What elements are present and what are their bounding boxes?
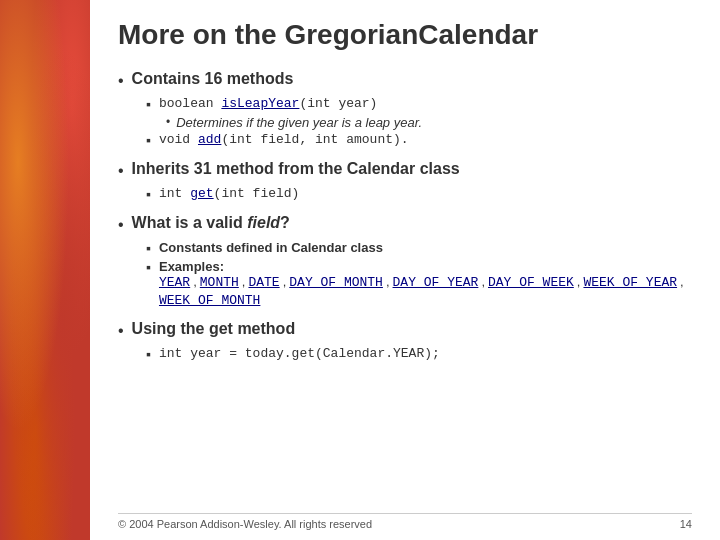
add-text: void add(int field, int amount). bbox=[159, 132, 409, 147]
isleapyear-desc-text: Determines if the given year is a leap y… bbox=[176, 115, 422, 130]
sub-bullets-valid: ▪ Constants defined in Calendar class ▪ … bbox=[146, 240, 692, 308]
sep3: , bbox=[283, 274, 287, 289]
example-week-of-month[interactable]: WEEK_OF_MONTH bbox=[159, 293, 260, 308]
slide-title: More on the GregorianCalendar bbox=[118, 18, 692, 52]
page-number: 14 bbox=[680, 518, 692, 530]
sub-bullet-marker-add: ▪ bbox=[146, 132, 151, 148]
section-using: • Using the get method ▪ int year = toda… bbox=[118, 320, 692, 366]
isleapyear-link[interactable]: isLeapYear bbox=[221, 96, 299, 111]
sub-bullets-inherits: ▪ int get(int field) bbox=[146, 186, 692, 202]
code-text: int year = today.get(Calendar.YEAR); bbox=[159, 346, 440, 361]
sub-bullet-add: ▪ void add(int field, int amount). bbox=[146, 132, 692, 148]
sep7: , bbox=[680, 274, 684, 289]
slide-content: More on the GregorianCalendar • Contains… bbox=[90, 0, 720, 540]
sub-bullets-using: ▪ int year = today.get(Calendar.YEAR); bbox=[146, 346, 692, 362]
sub-bullet-marker-examples: ▪ bbox=[146, 259, 151, 275]
main-bullet-methods-text: Contains 16 methods bbox=[132, 70, 294, 88]
section-methods: • Contains 16 methods ▪ boolean isLeapYe… bbox=[118, 70, 692, 152]
sub-bullet-marker-code: ▪ bbox=[146, 346, 151, 362]
example-day-of-week[interactable]: DAY OF WEEK bbox=[488, 275, 574, 290]
main-bullet-methods: • Contains 16 methods bbox=[118, 70, 692, 90]
main-bullet-using: • Using the get method bbox=[118, 320, 692, 340]
bullet-dot-4: • bbox=[118, 322, 124, 340]
sep4: , bbox=[386, 274, 390, 289]
sep6: , bbox=[577, 274, 581, 289]
sub-bullets-methods: ▪ boolean isLeapYear(int year) • Determi… bbox=[146, 96, 692, 148]
decorative-panel bbox=[0, 0, 90, 540]
sub-bullet-marker: ▪ bbox=[146, 96, 151, 112]
sep5: , bbox=[481, 274, 485, 289]
isleapyear-description: • Determines if the given year is a leap… bbox=[166, 115, 692, 130]
bullet-dot-2: • bbox=[118, 162, 124, 180]
section-valid: • What is a valid field? ▪ Constants def… bbox=[118, 214, 692, 312]
bullet-dot: • bbox=[118, 72, 124, 90]
example-day-of-year[interactable]: DAY_OF_YEAR bbox=[393, 275, 479, 290]
get-link[interactable]: get bbox=[190, 186, 213, 201]
example-date[interactable]: DATE bbox=[248, 275, 279, 290]
main-bullet-using-text: Using the get method bbox=[132, 320, 296, 338]
sub-bullet-marker-get: ▪ bbox=[146, 186, 151, 202]
isleapyear-text: boolean isLeapYear(int year) bbox=[159, 96, 377, 111]
sub-bullet-code: ▪ int year = today.get(Calendar.YEAR); bbox=[146, 346, 692, 362]
leaf-background bbox=[0, 0, 90, 540]
constants-text: Constants defined in Calendar class bbox=[159, 240, 383, 255]
main-bullet-inherits-text: Inherits 31 method from the Calendar cla… bbox=[132, 160, 460, 178]
bullet-dot-3: • bbox=[118, 216, 124, 234]
example-week-of-year[interactable]: WEEK_OF_YEAR bbox=[583, 275, 677, 290]
main-bullet-valid: • What is a valid field? bbox=[118, 214, 692, 234]
section-inherits: • Inherits 31 method from the Calendar c… bbox=[118, 160, 692, 206]
main-bullet-valid-text: What is a valid field? bbox=[132, 214, 290, 232]
example-year[interactable]: YEAR bbox=[159, 275, 190, 290]
sep2: , bbox=[242, 274, 246, 289]
sub-bullet-examples: ▪ Examples: YEAR, MONTH, DATE, DAY_OF_MO… bbox=[146, 259, 692, 308]
examples-text: Examples: YEAR, MONTH, DATE, DAY_OF_MONT… bbox=[159, 259, 692, 308]
sub-sub-marker: • bbox=[166, 115, 170, 129]
sub-bullet-isleapyear: ▪ boolean isLeapYear(int year) bbox=[146, 96, 692, 112]
example-day-of-month[interactable]: DAY_OF_MONTH bbox=[289, 275, 383, 290]
sub-bullet-marker-constants: ▪ bbox=[146, 240, 151, 256]
sub-bullet-get: ▪ int get(int field) bbox=[146, 186, 692, 202]
main-bullet-inherits: • Inherits 31 method from the Calendar c… bbox=[118, 160, 692, 180]
add-link[interactable]: add bbox=[198, 132, 221, 147]
sub-bullet-constants: ▪ Constants defined in Calendar class bbox=[146, 240, 692, 256]
example-month[interactable]: MONTH bbox=[200, 275, 239, 290]
sep1: , bbox=[193, 274, 197, 289]
slide-footer: © 2004 Pearson Addison-Wesley. All right… bbox=[118, 513, 692, 530]
get-text: int get(int field) bbox=[159, 186, 299, 201]
copyright-text: © 2004 Pearson Addison-Wesley. All right… bbox=[118, 518, 372, 530]
examples-list: YEAR, MONTH, DATE, DAY_OF_MONTH, DAY_OF_… bbox=[159, 274, 692, 308]
examples-label: Examples: bbox=[159, 259, 224, 274]
